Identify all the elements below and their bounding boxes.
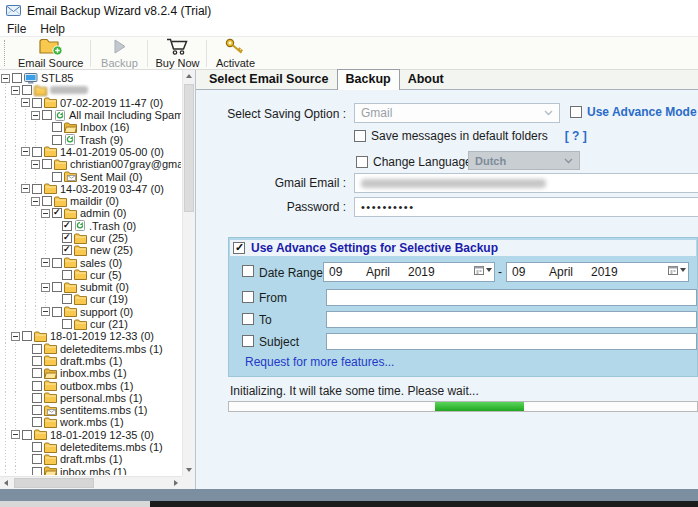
tree-item[interactable]: maildir (0) bbox=[1, 195, 181, 207]
tree-item-checkbox[interactable] bbox=[52, 135, 62, 145]
tree-item-checkbox[interactable] bbox=[22, 85, 32, 95]
tree-item-checkbox[interactable] bbox=[32, 344, 42, 354]
tree-item[interactable]: Inbox (16) bbox=[1, 121, 181, 133]
advance-settings-checkbox[interactable] bbox=[233, 242, 245, 254]
tree-item-checkbox[interactable] bbox=[32, 393, 42, 403]
backup-button[interactable]: Backup bbox=[93, 36, 145, 70]
tree-item-checkbox[interactable] bbox=[52, 282, 62, 292]
scroll-up-icon[interactable] bbox=[186, 74, 192, 78]
request-features-link[interactable]: Request for more features... bbox=[245, 355, 394, 369]
tree-horizontal-scrollbar[interactable] bbox=[0, 476, 182, 489]
tree-item[interactable]: support (0) bbox=[1, 306, 181, 318]
tree-item[interactable]: inbox.mbs (1) bbox=[1, 367, 181, 379]
expand-toggle-icon[interactable] bbox=[21, 184, 30, 193]
tree-item-checkbox[interactable] bbox=[62, 319, 72, 329]
horizontal-scroll-thumb[interactable] bbox=[14, 478, 94, 488]
tree-item-checkbox[interactable] bbox=[52, 172, 62, 182]
tree-item[interactable]: 07-02-2019 11-47 (0) bbox=[1, 97, 181, 109]
expand-toggle-icon[interactable] bbox=[21, 98, 30, 107]
tree-item-checkbox[interactable] bbox=[52, 122, 62, 132]
tree-item[interactable]: Sent Mail (0) bbox=[1, 170, 181, 182]
from-input[interactable] bbox=[326, 289, 697, 306]
toolbar-gripper[interactable] bbox=[4, 40, 8, 66]
help-link[interactable]: [ ? ] bbox=[565, 129, 587, 143]
email-source-button[interactable]: Email Source bbox=[13, 36, 88, 70]
expand-toggle-icon[interactable] bbox=[11, 430, 20, 439]
tree-item-checkbox[interactable] bbox=[42, 159, 52, 169]
date-from-picker[interactable]: 09 April 2019 bbox=[323, 262, 495, 282]
tree-item-checkbox[interactable] bbox=[62, 294, 72, 304]
expand-toggle-icon[interactable] bbox=[41, 283, 50, 292]
expand-toggle-icon[interactable] bbox=[1, 74, 10, 83]
tree-item-checkbox[interactable] bbox=[22, 331, 32, 341]
expand-toggle-icon[interactable] bbox=[41, 258, 50, 267]
tree-item[interactable]: 18-01-2019 12-35 (0) bbox=[1, 429, 181, 441]
tree-item-checkbox[interactable] bbox=[32, 98, 42, 108]
subject-input[interactable] bbox=[326, 333, 697, 350]
tree-vertical-scrollbar[interactable] bbox=[182, 70, 195, 476]
calendar-button[interactable] bbox=[668, 265, 686, 275]
tree-item-checkbox[interactable] bbox=[52, 307, 62, 317]
expand-toggle-icon[interactable] bbox=[41, 209, 50, 218]
tree-item[interactable]: new (25) bbox=[1, 244, 181, 256]
tree-item-checkbox[interactable] bbox=[32, 467, 42, 475]
tab-select-email-source[interactable]: Select Email Source bbox=[201, 70, 337, 89]
tab-backup[interactable]: Backup bbox=[337, 69, 400, 90]
tree-item[interactable]: STL85 bbox=[1, 72, 181, 84]
tree-item[interactable]: christian007gray@gmail.com bbox=[1, 158, 181, 170]
tree-item-checkbox[interactable] bbox=[32, 184, 42, 194]
tree-item-checkbox[interactable] bbox=[12, 73, 22, 83]
tree-item[interactable] bbox=[1, 84, 181, 96]
change-language-checkbox[interactable] bbox=[356, 156, 368, 168]
tree-item-checkbox[interactable] bbox=[32, 405, 42, 415]
expand-toggle-icon[interactable] bbox=[31, 111, 40, 120]
language-dropdown[interactable]: Dutch bbox=[468, 151, 580, 170]
save-messages-checkbox[interactable] bbox=[354, 130, 366, 142]
scroll-down-icon[interactable] bbox=[186, 468, 192, 472]
tree-item[interactable]: sentitems.mbs (1) bbox=[1, 404, 181, 416]
tree-item-checkbox[interactable] bbox=[32, 147, 42, 157]
tree-item[interactable]: 14-01-2019 05-00 (0) bbox=[1, 146, 181, 158]
menu-help[interactable]: Help bbox=[33, 22, 72, 36]
tree-item[interactable]: work.mbs (1) bbox=[1, 416, 181, 428]
tree-item-checkbox[interactable] bbox=[32, 454, 42, 464]
tree-item[interactable]: sales (0) bbox=[1, 256, 181, 268]
tree-item-checkbox[interactable] bbox=[32, 381, 42, 391]
tree-item[interactable]: cur (25) bbox=[1, 232, 181, 244]
expand-toggle-icon[interactable] bbox=[31, 197, 40, 206]
tree-item[interactable]: inbox.mbs (1) bbox=[1, 466, 181, 476]
password-input[interactable]: •••••••••• bbox=[354, 197, 698, 217]
scroll-right-icon[interactable] bbox=[174, 480, 178, 486]
tree-item-checkbox[interactable] bbox=[62, 270, 72, 280]
tree-item[interactable]: draft.mbs (1) bbox=[1, 453, 181, 465]
expand-toggle-icon[interactable] bbox=[21, 147, 30, 156]
tree-item[interactable]: cur (21) bbox=[1, 318, 181, 330]
tree-item[interactable]: cur (5) bbox=[1, 269, 181, 281]
activate-button[interactable]: Activate bbox=[209, 36, 261, 70]
tree-item[interactable]: 14-03-2019 03-47 (0) bbox=[1, 183, 181, 195]
tree-item-checkbox[interactable] bbox=[32, 417, 42, 427]
tree-item[interactable]: deleteditems.mbs (1) bbox=[1, 343, 181, 355]
calendar-button[interactable] bbox=[474, 265, 492, 275]
tree-item-checkbox[interactable] bbox=[42, 110, 52, 120]
saving-option-dropdown[interactable]: Gmail bbox=[354, 103, 560, 123]
tree-item-checkbox[interactable] bbox=[32, 368, 42, 378]
expand-toggle-icon[interactable] bbox=[31, 160, 40, 169]
tree-item-checkbox[interactable] bbox=[62, 221, 72, 231]
tree-item[interactable]: deleteditems.mbs (1) bbox=[1, 441, 181, 453]
tree-item-checkbox[interactable] bbox=[32, 442, 42, 452]
date-range-checkbox[interactable] bbox=[242, 265, 254, 277]
tab-about[interactable]: About bbox=[400, 70, 452, 89]
tree-item-checkbox[interactable] bbox=[62, 233, 72, 243]
use-advance-mode-checkbox[interactable] bbox=[570, 106, 582, 118]
tree-item-checkbox[interactable] bbox=[32, 356, 42, 366]
expand-toggle-icon[interactable] bbox=[11, 332, 20, 341]
tree-item[interactable]: submit (0) bbox=[1, 281, 181, 293]
tree-item-checkbox[interactable] bbox=[62, 245, 72, 255]
tree-item[interactable]: 18-01-2019 12-33 (0) bbox=[1, 330, 181, 342]
tree-item-checkbox[interactable] bbox=[42, 196, 52, 206]
from-checkbox[interactable] bbox=[242, 291, 254, 303]
to-input[interactable] bbox=[326, 311, 697, 328]
tree-item-checkbox[interactable] bbox=[52, 208, 62, 218]
expand-toggle-icon[interactable] bbox=[11, 86, 20, 95]
